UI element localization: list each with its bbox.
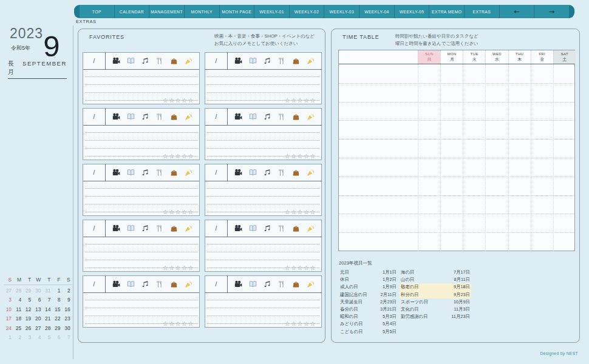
favorite-entry[interactable]: / ☆☆☆☆☆ [83, 275, 200, 328]
party-popper-icon[interactable] [185, 113, 192, 121]
fork-knife-icon[interactable] [155, 224, 163, 232]
nav-tab-monthly[interactable]: MONTHLY [184, 5, 219, 18]
nav-tab-management[interactable]: MANAGEMENT [149, 5, 184, 18]
handbag-icon[interactable] [170, 57, 178, 65]
mini-calendar-day[interactable]: 29 [23, 286, 33, 295]
open-book-icon[interactable] [249, 280, 257, 288]
favorite-rating-stars[interactable]: ☆☆☆☆☆ [163, 320, 194, 327]
nav-tab-extra-memo[interactable]: EXTRA MEMO [429, 5, 464, 18]
handbag-icon[interactable] [170, 224, 178, 232]
fork-knife-icon[interactable] [277, 169, 285, 177]
mini-calendar-day[interactable]: 19 [23, 314, 33, 323]
movie-camera-icon[interactable] [234, 224, 242, 232]
favorite-rating-stars[interactable]: ☆☆☆☆☆ [163, 265, 194, 271]
mini-calendar-day[interactable]: 3 [23, 333, 33, 342]
open-book-icon[interactable] [127, 224, 135, 232]
favorite-memo-area[interactable]: ☆☆☆☆☆ [83, 293, 199, 327]
favorite-date-cell[interactable]: / [83, 53, 106, 69]
fork-knife-icon[interactable] [277, 224, 285, 232]
mini-calendar-day[interactable]: 30 [63, 324, 72, 333]
favorite-date-cell[interactable]: / [205, 109, 228, 125]
mini-calendar-day[interactable]: 1 [4, 333, 13, 342]
mini-calendar-day[interactable]: 25 [13, 324, 23, 333]
fork-knife-icon[interactable] [277, 57, 285, 65]
handbag-icon[interactable] [292, 169, 300, 177]
mini-calendar-day[interactable]: 17 [4, 314, 13, 323]
mini-calendar-day[interactable]: 10 [4, 305, 13, 314]
handbag-icon[interactable] [292, 280, 300, 288]
mini-calendar-day[interactable]: 8 [52, 295, 62, 305]
mini-calendar-day[interactable]: 21 [43, 314, 52, 323]
favorite-date-cell[interactable]: / [83, 276, 106, 292]
party-popper-icon[interactable] [185, 224, 192, 232]
party-popper-icon[interactable] [185, 280, 192, 288]
movie-camera-icon[interactable] [112, 57, 120, 65]
nav-tab-extras[interactable]: EXTRAS [464, 5, 499, 18]
favorite-date-cell[interactable]: / [205, 164, 228, 181]
handbag-icon[interactable] [292, 113, 300, 121]
music-notes-icon[interactable] [141, 280, 149, 288]
open-book-icon[interactable] [249, 224, 257, 232]
mini-calendar-day[interactable]: 5 [43, 333, 52, 342]
open-book-icon[interactable] [127, 280, 135, 288]
nav-tab-weekly-04[interactable]: WEEKLY-04 [359, 5, 394, 18]
music-notes-icon[interactable] [264, 57, 271, 65]
nav-tab-calendar[interactable]: CALENDAR [114, 5, 149, 18]
favorite-entry[interactable]: / ☆☆☆☆☆ [205, 220, 322, 272]
mini-calendar-day[interactable]: 27 [4, 286, 13, 295]
nav-tab-weekly-03[interactable]: WEEKLY-03 [324, 5, 359, 18]
mini-calendar-day[interactable]: 7 [63, 333, 72, 342]
open-book-icon[interactable] [127, 57, 135, 65]
mini-calendar-day[interactable]: 6 [52, 333, 62, 342]
nav-tab-month-page[interactable]: MONTH PAGE [219, 5, 254, 18]
party-popper-icon[interactable] [185, 169, 192, 177]
favorite-entry[interactable]: / ☆☆☆☆☆ [205, 275, 322, 328]
party-popper-icon[interactable] [307, 169, 315, 177]
movie-camera-icon[interactable] [234, 169, 242, 177]
favorite-rating-stars[interactable]: ☆☆☆☆☆ [285, 320, 316, 327]
movie-camera-icon[interactable] [234, 113, 242, 121]
mini-calendar-day[interactable]: 11 [13, 305, 23, 314]
fork-knife-icon[interactable] [155, 169, 163, 177]
mini-calendar-day[interactable]: 23 [63, 314, 72, 323]
mini-calendar-day[interactable]: 28 [13, 286, 23, 295]
favorite-date-cell[interactable]: / [83, 164, 106, 181]
nav-tab-weekly-02[interactable]: WEEKLY-02 [289, 5, 324, 18]
handbag-icon[interactable] [170, 280, 178, 288]
movie-camera-icon[interactable] [112, 224, 120, 232]
favorite-memo-area[interactable]: ☆☆☆☆☆ [205, 70, 321, 104]
mini-calendar-day[interactable]: 12 [23, 305, 33, 314]
mini-calendar-day[interactable]: 24 [4, 324, 13, 333]
nav-tab-top[interactable]: TOP [80, 5, 114, 18]
favorite-rating-stars[interactable]: ☆☆☆☆☆ [163, 97, 194, 104]
movie-camera-icon[interactable] [112, 169, 120, 177]
nav-forward-button[interactable]: → [534, 5, 569, 18]
handbag-icon[interactable] [292, 57, 300, 65]
favorite-entry[interactable]: / ☆☆☆☆☆ [205, 108, 322, 160]
favorite-memo-area[interactable]: ☆☆☆☆☆ [205, 293, 321, 327]
mini-calendar-day[interactable]: 29 [52, 324, 62, 333]
timetable-grid[interactable] [339, 64, 574, 251]
mini-calendar-day[interactable]: 6 [33, 295, 43, 305]
favorite-date-cell[interactable]: / [205, 53, 228, 69]
favorite-memo-area[interactable]: ☆☆☆☆☆ [83, 181, 199, 215]
mini-calendar-day[interactable]: 9 [63, 295, 72, 305]
open-book-icon[interactable] [127, 169, 135, 177]
mini-calendar-day[interactable]: 13 [33, 305, 43, 314]
music-notes-icon[interactable] [264, 224, 271, 232]
mini-calendar-day[interactable]: 1 [52, 286, 62, 295]
music-notes-icon[interactable] [141, 113, 149, 121]
fork-knife-icon[interactable] [155, 57, 163, 65]
favorite-rating-stars[interactable]: ☆☆☆☆☆ [285, 97, 316, 104]
favorite-memo-area[interactable]: ☆☆☆☆☆ [83, 126, 199, 160]
mini-calendar-day[interactable]: 20 [33, 314, 43, 323]
handbag-icon[interactable] [170, 169, 178, 177]
nav-tab-weekly-05[interactable]: WEEKLY-05 [394, 5, 429, 18]
mini-calendar-day[interactable]: 2 [63, 286, 72, 295]
mini-calendar-day[interactable]: 4 [13, 295, 23, 305]
mini-calendar-day[interactable]: 2 [13, 333, 23, 342]
fork-knife-icon[interactable] [155, 113, 163, 121]
fork-knife-icon[interactable] [277, 280, 285, 288]
favorite-entry[interactable]: / ☆☆☆☆☆ [83, 220, 200, 272]
music-notes-icon[interactable] [264, 113, 271, 121]
